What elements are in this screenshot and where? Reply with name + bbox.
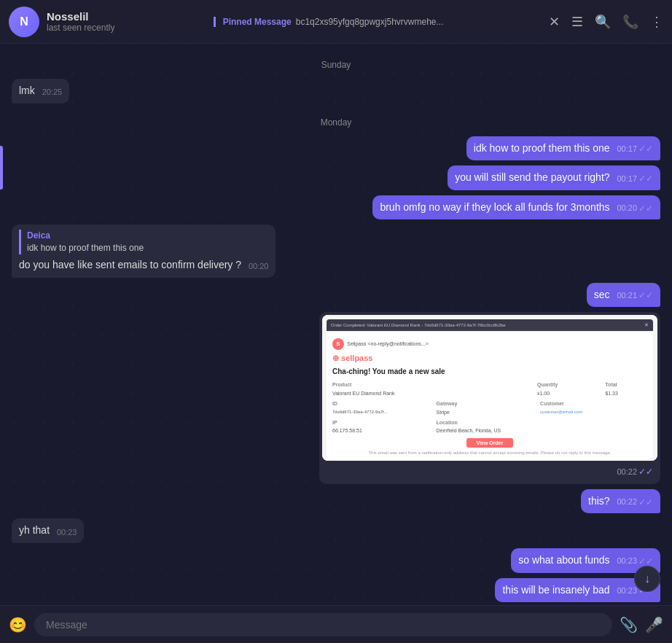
day-separator-sunday: Sunday — [12, 60, 660, 70]
sellpass-tagline: Cha-ching! You made a new sale — [332, 367, 647, 377]
phone-icon[interactable]: 📞 — [622, 14, 638, 30]
search-icon[interactable]: 🔍 — [595, 14, 611, 30]
message-row: bruh omfg no way if they lock all funds … — [12, 195, 660, 220]
contact-name: Nosselil — [47, 10, 206, 23]
sellpass-table: Product Quantity Total Valorant EU Diamo… — [332, 381, 647, 397]
sellpass-location-table: IP Location 66.175.58.51 Deerfield Beach… — [332, 419, 647, 435]
more-options-icon[interactable]: ⋮ — [650, 14, 663, 30]
bubble-outgoing: this? 00:22 ✓✓ — [581, 489, 660, 514]
msg-time: 00:17 ✓✓ — [617, 143, 653, 155]
bubble-text: yh that — [19, 524, 50, 536]
message-row: you will still send the payout right? 00… — [12, 165, 660, 190]
message-row: lmk 20:25 — [12, 79, 660, 104]
pinned-label: Pinned Message — [223, 17, 292, 27]
quantity-value: x1.00 — [537, 390, 605, 397]
emoji-icon[interactable]: 😊 — [9, 616, 27, 634]
pinned-text: bc1q2xs95yfgq8gpwgxj5hvrvwmehe... — [296, 17, 444, 27]
msg-time: 00:23 — [57, 527, 77, 538]
message-row: Deica idk how to proof them this one do … — [12, 225, 660, 277]
bubble-text: do you have like sent emails to confirm … — [19, 259, 241, 270]
bubble-text: so what about funds — [518, 554, 609, 566]
total-header: Total — [605, 381, 647, 390]
read-checkmarks: ✓✓ — [638, 143, 653, 155]
sellpass-email-mockup: Order Completed: Valorant EU Diamond Ran… — [322, 315, 657, 461]
customer-value: customer@email.com — [540, 409, 647, 416]
day-separator-monday: Monday — [12, 117, 660, 128]
quantity-header: Quantity — [537, 381, 605, 390]
quote-block: Deica idk how to proof them this one — [19, 230, 268, 254]
message-row: this? 00:22 ✓✓ — [12, 489, 660, 514]
product-value: Valorant EU Diamond Rank — [332, 390, 537, 397]
bubble-outgoing: idk how to proof them this one 00:17 ✓✓ — [466, 136, 660, 161]
bubble-text: lmk — [19, 85, 35, 96]
bubble-outgoing: bruh omfg no way if they lock all funds … — [372, 195, 660, 220]
read-checkmarks: ✓✓ — [638, 203, 653, 215]
ip-value: 66.175.58.51 — [332, 427, 437, 434]
scroll-bottom-button[interactable]: ↓ — [634, 566, 660, 592]
bubble-outgoing: you will still send the payout right? 00… — [448, 165, 660, 190]
bubble-text: sec — [594, 289, 610, 300]
quote-author: Deica — [27, 230, 268, 242]
message-row: so what about funds 00:23 ✓✓ — [12, 548, 660, 573]
read-checkmarks: ✓✓ — [638, 289, 653, 302]
message-row: this will be insanely bad 00:23 ✓✓ — [12, 578, 660, 603]
chat-area: Sunday lmk 20:25 Monday idk how to proof… — [0, 44, 672, 605]
email-title: Order Completed: Valorant EU Diamond Ran… — [331, 322, 506, 328]
gateway-header: Gateway — [437, 400, 541, 409]
message-row: idk how to proof them this one 00:17 ✓✓ — [12, 136, 660, 161]
msg-time: 00:20 ✓✓ — [617, 203, 653, 215]
msg-time: 00:22 ✓✓ — [617, 496, 653, 509]
bubble-incoming: lmk 20:25 — [12, 79, 69, 104]
total-value: $1.33 — [605, 390, 647, 397]
id-header: ID — [332, 400, 437, 409]
bubble-text: this will be insanely bad — [502, 584, 609, 596]
msg-time: 00:21 ✓✓ — [617, 289, 653, 302]
close-icon[interactable]: ✕ — [549, 14, 560, 30]
gateway-value: Stripe — [437, 409, 541, 416]
read-checkmarks: ✓✓ — [638, 173, 653, 185]
read-checkmarks: ✓✓ — [638, 466, 653, 478]
ip-header: IP — [332, 419, 437, 428]
msg-time: 00:20 — [249, 261, 269, 272]
list-icon[interactable]: ☰ — [571, 14, 583, 30]
microphone-icon[interactable]: 🎤 — [645, 616, 663, 634]
header-icons: ✕ ☰ 🔍 📞 ⋮ — [549, 14, 663, 30]
msg-time: 20:25 — [42, 87, 63, 98]
chat-header: N Nosselil last seen recently Pinned Mes… — [0, 0, 672, 44]
customer-header: Customer — [540, 400, 647, 409]
message-row: yh that 00:23 — [12, 518, 660, 543]
bubble-text: idk how to proof them this one — [474, 142, 610, 154]
bubble-text: bruh omfg no way if they lock all funds … — [380, 201, 609, 213]
message-row-image: Order Completed: Valorant EU Diamond Ran… — [12, 312, 660, 484]
input-bar: 😊 📎 🎤 — [0, 605, 672, 643]
read-checkmarks: ✓✓ — [638, 496, 653, 509]
email-sender: Sellpass <no-reply@notifications...> — [347, 340, 429, 348]
location-value: Deerfield Beach, Florida, US — [437, 427, 647, 434]
scroll-bottom-icon: ↓ — [644, 572, 650, 585]
bubble-incoming: yh that 00:23 — [12, 518, 84, 543]
bubble-image: Order Completed: Valorant EU Diamond Ran… — [319, 312, 660, 484]
attach-icon[interactable]: 📎 — [620, 616, 638, 634]
location-header: Location — [437, 419, 647, 428]
email-window-controls: ✕ — [644, 322, 649, 329]
bubble-outgoing: sec 00:21 ✓✓ — [587, 283, 660, 308]
sellpass-details-table: ID Gateway Customer 7ds6d671-30ea-4772-9… — [332, 400, 647, 416]
message-input[interactable] — [34, 613, 612, 636]
view-order-button[interactable]: View Order — [466, 438, 514, 448]
msg-time: 00:22 ✓✓ — [617, 466, 653, 478]
id-value: 7ds6d671-30ea-4772-9a7f... — [332, 409, 437, 416]
contact-status: last seen recently — [47, 23, 206, 33]
contact-info: Nosselil last seen recently — [47, 10, 206, 33]
attachment-image: Order Completed: Valorant EU Diamond Ran… — [322, 315, 657, 461]
bubble-incoming-with-quote: Deica idk how to proof them this one do … — [12, 225, 276, 277]
product-header: Product — [332, 381, 537, 390]
quote-text: idk how to proof them this one — [27, 242, 268, 254]
bubble-text: this? — [588, 495, 610, 507]
message-row: sec 00:21 ✓✓ — [12, 283, 660, 308]
msg-time: 00:17 ✓✓ — [617, 173, 653, 185]
left-accent-bar — [0, 146, 3, 190]
contact-avatar: N — [9, 7, 39, 37]
sellpass-logo: ⊕ sellpass — [332, 353, 372, 364]
pinned-message-bar[interactable]: Pinned Message bc1q2xs95yfgq8gpwgxj5hvrv… — [214, 17, 542, 27]
bubble-text: you will still send the payout right? — [455, 171, 609, 183]
